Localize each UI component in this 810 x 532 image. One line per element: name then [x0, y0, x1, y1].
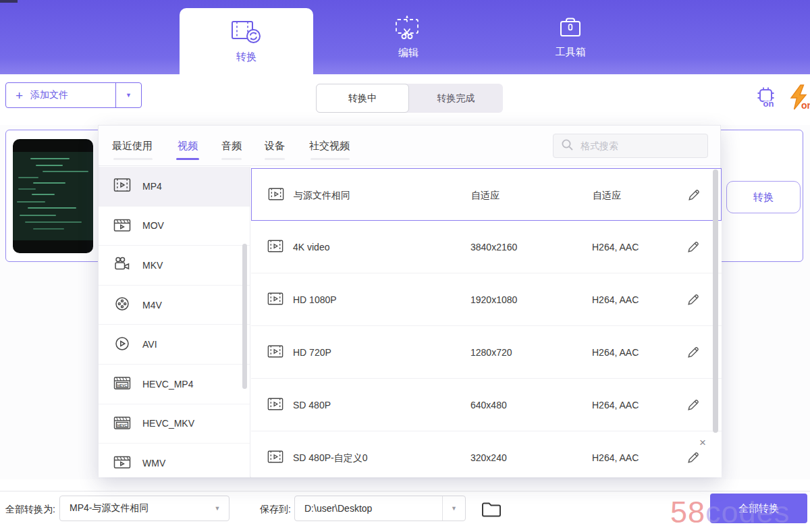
preset-name: 与源文件相同 — [294, 190, 350, 202]
edit-pencil-icon[interactable] — [686, 293, 700, 309]
preset-row-480p-custom[interactable]: SD 480P-自定义0 320x240 H264, AAC × — [251, 431, 722, 477]
preset-codec: H264, AAC — [592, 294, 639, 305]
format-item-label: HEVC_MP4 — [142, 379, 193, 390]
convert-to-label: 全部转换为: — [5, 504, 55, 516]
format-item-mov[interactable]: MOV — [99, 207, 250, 246]
format-tab-video[interactable]: 视频 — [178, 126, 198, 166]
format-item-label: M4V — [142, 300, 162, 311]
svg-text:on: on — [763, 99, 774, 109]
top-nav-bar: 转换 编辑 — [0, 0, 810, 74]
toolbar: + 添加文件 ▼ 转换中 转换完成 on on — [0, 74, 810, 125]
format-tab-recent[interactable]: 最近使用 — [112, 126, 153, 166]
hevc-clapper-icon: HEVC — [113, 415, 131, 432]
preset-list-scrollbar[interactable] — [713, 169, 718, 433]
tab-edit-label: 编辑 — [398, 47, 418, 59]
format-tab-audio[interactable]: 音频 — [221, 126, 242, 166]
tab-converting[interactable]: 转换中 — [316, 84, 409, 113]
edit-pencil-icon[interactable] — [687, 188, 701, 205]
preset-row-720p[interactable]: HD 720P 1280x720 H264, AAC — [251, 326, 722, 379]
tab-underline — [310, 158, 350, 160]
save-path-value: D:\user\Desktop — [295, 503, 442, 514]
preset-codec: H264, AAC — [592, 400, 639, 410]
preset-resolution: 320x240 — [470, 452, 507, 463]
high-speed-toggle[interactable]: on — [787, 84, 810, 114]
tab-underline — [113, 158, 153, 160]
format-item-wmv[interactable]: WMV — [99, 444, 250, 477]
tab-toolbox[interactable]: 工具箱 — [516, 0, 624, 74]
preset-name: HD 720P — [293, 347, 331, 358]
video-thumbnail — [13, 139, 93, 253]
format-panel-header: 最近使用 视频 音频 设备 社交视频 — [99, 126, 720, 166]
format-picker-panel: 最近使用 视频 音频 设备 社交视频 — [98, 125, 721, 477]
svg-text:on: on — [801, 100, 810, 111]
film-strip-icon — [267, 239, 284, 256]
preset-list: 与源文件相同 自适应 自适应 — [251, 167, 722, 477]
format-tab-social[interactable]: 社交视频 — [309, 126, 350, 166]
app-window: 转换 编辑 — [0, 0, 810, 532]
save-to-label: 保存到: — [260, 504, 291, 516]
format-item-label: AVI — [142, 339, 157, 350]
convert-file-button[interactable]: 转换 — [726, 181, 801, 213]
format-item-label: HEVC_MKV — [142, 418, 194, 429]
add-file-main[interactable]: + 添加文件 — [6, 83, 116, 107]
preset-row-same-as-source[interactable]: 与源文件相同 自适应 自适应 — [251, 168, 722, 221]
convert-all-button[interactable]: 全部转换 — [710, 494, 807, 523]
open-folder-button[interactable] — [481, 500, 502, 521]
output-format-value: MP4-与源文件相同 — [60, 502, 206, 514]
preset-codec: H264, AAC — [592, 452, 639, 463]
preset-row-1080p[interactable]: HD 1080P 1920x1080 H264, AAC — [251, 273, 722, 326]
edit-pencil-icon[interactable] — [686, 240, 700, 257]
format-item-hevc-mp4[interactable]: HEVC HEVC_MP4 — [99, 365, 250, 404]
tab-underline-active — [176, 158, 199, 160]
preset-name: SD 480P-自定义0 — [293, 452, 367, 464]
preset-resolution: 640x480 — [470, 400, 507, 410]
plus-icon: + — [16, 89, 23, 102]
format-tab-device[interactable]: 设备 — [265, 126, 285, 166]
format-item-label: WMV — [142, 458, 165, 469]
play-circle-icon — [113, 336, 131, 353]
preset-resolution: 3840x2160 — [470, 242, 517, 252]
format-item-hevc-mkv[interactable]: HEVC HEVC_MKV — [99, 404, 250, 444]
format-item-mkv[interactable]: MKV — [99, 246, 250, 286]
tab-finished[interactable]: 转换完成 — [409, 92, 503, 105]
film-strip-icon — [267, 344, 284, 361]
chevron-down-icon: ▼ — [206, 496, 229, 521]
film-strip-icon — [268, 187, 284, 204]
edit-pencil-icon[interactable] — [686, 398, 700, 415]
add-file-button[interactable]: + 添加文件 ▼ — [5, 82, 142, 108]
format-item-avi[interactable]: AVI — [99, 325, 250, 365]
search-input[interactable] — [580, 140, 688, 151]
tab-edit[interactable]: 编辑 — [354, 0, 462, 74]
video-camera-icon — [113, 257, 131, 273]
format-search-box[interactable] — [553, 134, 708, 158]
output-format-select[interactable]: MP4-与源文件相同 ▼ — [59, 496, 230, 521]
format-list-scrollbar[interactable] — [242, 244, 247, 389]
format-tab-recent-label: 最近使用 — [112, 140, 153, 153]
film-strip-icon — [267, 397, 284, 414]
preset-row-480p[interactable]: SD 480P 640x480 H264, AAC — [251, 379, 722, 431]
edit-crop-scissors-icon — [393, 15, 424, 41]
format-tab-social-label: 社交视频 — [309, 140, 350, 153]
edit-pencil-icon[interactable] — [686, 346, 700, 362]
gpu-acceleration-toggle[interactable]: on — [753, 84, 779, 113]
hevc-clapper-icon: HEVC — [113, 375, 131, 392]
tab-convert[interactable]: 转换 — [180, 8, 313, 74]
add-file-dropdown-arrow[interactable]: ▼ — [116, 83, 141, 107]
search-icon — [561, 138, 574, 154]
format-item-mp4[interactable]: MP4 — [99, 167, 250, 207]
format-item-label: MOV — [142, 220, 164, 231]
preset-codec: H264, AAC — [592, 347, 639, 358]
edit-pencil-icon[interactable] — [686, 451, 700, 467]
svg-text:HEVC: HEVC — [117, 383, 128, 388]
clapper-play-icon — [113, 217, 131, 234]
format-item-m4v[interactable]: M4V — [99, 286, 250, 325]
film-reel-icon — [113, 296, 131, 313]
format-tab-video-label: 视频 — [178, 140, 198, 153]
save-path-select[interactable]: D:\user\Desktop ▼ — [294, 496, 466, 521]
preset-row-4k[interactable]: 4K video 3840x2160 H264, AAC — [251, 221, 722, 273]
close-icon[interactable]: × — [699, 437, 706, 448]
tab-convert-label: 转换 — [236, 51, 256, 63]
film-strip-icon — [267, 292, 284, 309]
tab-finished-label: 转换完成 — [437, 92, 475, 103]
bottom-bar: 全部转换为: MP4-与源文件相同 ▼ 保存到: D:\user\Desktop… — [0, 491, 810, 532]
